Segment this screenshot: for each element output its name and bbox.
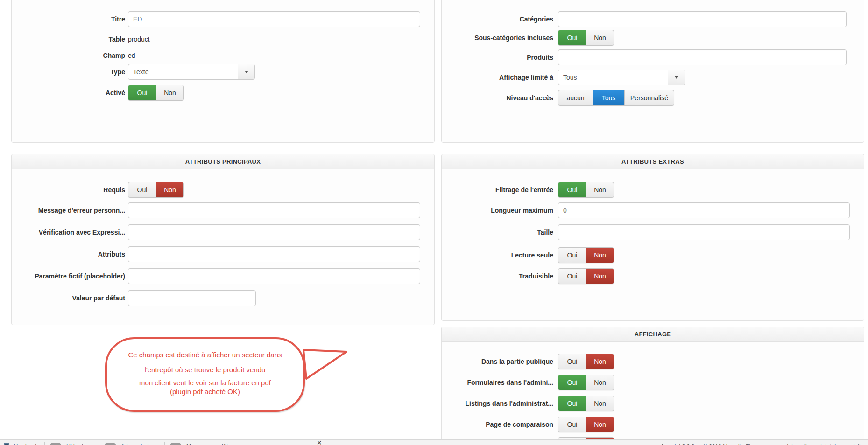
active-toggle[interactable]: Oui Non	[128, 85, 184, 101]
annotation-line: Ce champs est destiné à afficher un sect…	[110, 351, 300, 359]
categories-label: Catégories	[410, 15, 553, 23]
listings-admin-toggle-oui[interactable]: Oui	[558, 396, 586, 411]
lecture-seule-label: Lecture seule	[410, 251, 553, 259]
panel-title-affichage: AFFICHAGE	[442, 327, 864, 342]
requis-toggle-non[interactable]: Non	[156, 182, 183, 197]
lecture-seule-toggle[interactable]: Oui Non	[558, 247, 614, 263]
traduisible-toggle-oui[interactable]: Oui	[558, 269, 586, 284]
listings-admin-toggle[interactable]: Oui Non	[558, 396, 614, 411]
view-site-link[interactable]: Voir le site	[14, 443, 40, 445]
table-value: product	[128, 35, 150, 43]
divider	[164, 442, 165, 445]
annotation-line: (plugin pdf acheté OK)	[110, 388, 300, 396]
niveau-acces-personnalise[interactable]: Personnalisé	[624, 90, 674, 105]
affichage-limite-select-value: Tous	[558, 70, 668, 85]
champ-value: ed	[128, 52, 135, 60]
active-label: Activé	[19, 89, 125, 97]
filtrage-toggle-non[interactable]: Non	[586, 182, 614, 197]
requis-toggle[interactable]: Oui Non	[128, 182, 184, 198]
message-erreur-label: Message d'erreur personn...	[19, 207, 125, 215]
listings-admin-toggle-non[interactable]: Non	[586, 396, 614, 411]
traduisible-toggle-non[interactable]: Non	[586, 269, 614, 284]
traduisible-toggle[interactable]: Oui Non	[558, 268, 614, 284]
annotation-line: mon client veut le voir sur la facture e…	[110, 379, 300, 387]
champ-label: Champ	[19, 52, 125, 60]
chevron-down-icon[interactable]	[668, 70, 685, 85]
formulaires-admin-toggle-non[interactable]: Non	[586, 375, 614, 390]
sous-categories-toggle-oui[interactable]: Oui	[558, 30, 586, 45]
page-comparaison-toggle[interactable]: Oui Non	[558, 417, 614, 432]
listings-admin-label: Listings dans l'administrat...	[410, 400, 553, 408]
view-site-icon	[4, 443, 9, 445]
admins-count-badge	[104, 443, 116, 445]
parametre-fictif-input[interactable]	[128, 268, 420, 284]
panel-title-attributs-principaux: ATTRIBUTS PRINCIPAUX	[12, 154, 434, 169]
messages-count-badge	[169, 443, 182, 445]
formulaires-admin-toggle-oui[interactable]: Oui	[558, 375, 586, 390]
niveau-acces-aucun[interactable]: aucun	[558, 90, 593, 105]
divider	[217, 442, 217, 445]
page-comparaison-toggle-oui[interactable]: Oui	[558, 417, 586, 432]
attributs-input[interactable]	[128, 246, 420, 262]
sous-categories-toggle-non[interactable]: Non	[586, 30, 614, 45]
filtrage-toggle[interactable]: Oui Non	[558, 182, 614, 198]
niveau-acces-group[interactable]: aucun Tous Personnalisé	[558, 90, 674, 106]
formulaires-admin-label: Formulaires dans l'admini...	[410, 379, 553, 387]
lecture-seule-toggle-oui[interactable]: Oui	[558, 248, 586, 263]
status-bar: Voir le site Utilisateurs Administrateur…	[0, 439, 868, 445]
partie-publique-toggle[interactable]: Oui Non	[558, 354, 614, 369]
messages-link[interactable]: Messages	[186, 443, 212, 445]
longueur-max-input[interactable]	[558, 202, 850, 218]
chevron-down-icon[interactable]	[238, 64, 254, 79]
annotation-line: l'entrepôt où se trouve le produit vendu	[110, 366, 300, 374]
divider	[99, 442, 99, 445]
admin-field-editor-page: ATTRIBUTS PRINCIPAUX ATTRIBUTS EXTRAS AF…	[0, 0, 868, 445]
verification-input[interactable]	[128, 224, 420, 240]
table-label: Table	[19, 35, 125, 43]
affichage-limite-label: Affichage limité à	[410, 74, 553, 82]
niveau-acces-tous[interactable]: Tous	[593, 90, 624, 105]
users-count-badge	[49, 443, 62, 445]
filtrage-toggle-oui[interactable]: Oui	[558, 182, 586, 197]
produits-input[interactable]	[558, 49, 847, 65]
annotation-bubble	[105, 337, 305, 412]
produits-label: Produits	[410, 54, 553, 62]
message-erreur-input[interactable]	[128, 202, 420, 218]
attributs-label: Attributs	[19, 250, 125, 258]
divider	[44, 442, 45, 445]
partie-publique-label: Dans la partie publique	[410, 358, 553, 366]
partie-publique-toggle-oui[interactable]: Oui	[558, 354, 586, 369]
formulaires-admin-toggle[interactable]: Oui Non	[558, 375, 614, 390]
page-comparaison-label: Page de comparaison	[410, 421, 553, 429]
affichage-limite-select[interactable]: Tous	[558, 70, 685, 85]
active-toggle-oui[interactable]: Oui	[128, 85, 156, 100]
filtrage-label: Filtrage de l'entrée	[410, 186, 553, 194]
users-link[interactable]: Utilisateurs	[66, 443, 94, 445]
type-select-value: Texte	[128, 64, 238, 79]
parametre-fictif-label: Paramètre fictif (placeholder)	[19, 272, 125, 280]
niveau-acces-label: Niveau d'accès	[410, 94, 553, 102]
page-comparaison-toggle-non[interactable]: Non	[586, 417, 614, 432]
type-select[interactable]: Texte	[128, 64, 255, 80]
valeur-defaut-input[interactable]	[128, 290, 256, 306]
traduisible-label: Traduisible	[410, 272, 553, 280]
sous-categories-toggle[interactable]: Oui Non	[558, 30, 614, 46]
logout-link[interactable]: Déconnexion	[222, 443, 254, 445]
valeur-defaut-label: Valeur par défaut	[19, 294, 125, 302]
annotation-bubble-tail	[299, 340, 351, 384]
requis-label: Requis	[19, 186, 125, 194]
type-label: Type	[19, 68, 125, 76]
taille-input[interactable]	[558, 224, 850, 240]
lecture-seule-toggle-non[interactable]: Non	[586, 248, 614, 263]
longueur-max-label: Longueur maximum	[410, 207, 553, 215]
categories-input[interactable]	[558, 11, 847, 27]
panel-title-attributs-extras: ATTRIBUTS EXTRAS	[442, 154, 864, 169]
partie-publique-toggle-non[interactable]: Non	[586, 354, 614, 369]
verification-label: Vérification avec Expressi...	[19, 229, 125, 236]
requis-toggle-oui[interactable]: Oui	[128, 182, 156, 197]
admins-link[interactable]: Administrateurs	[121, 443, 160, 445]
titre-input[interactable]	[128, 11, 420, 27]
cursor-artifact: ✕	[317, 439, 322, 445]
active-toggle-non[interactable]: Non	[156, 85, 183, 100]
taille-label: Taille	[410, 229, 553, 236]
